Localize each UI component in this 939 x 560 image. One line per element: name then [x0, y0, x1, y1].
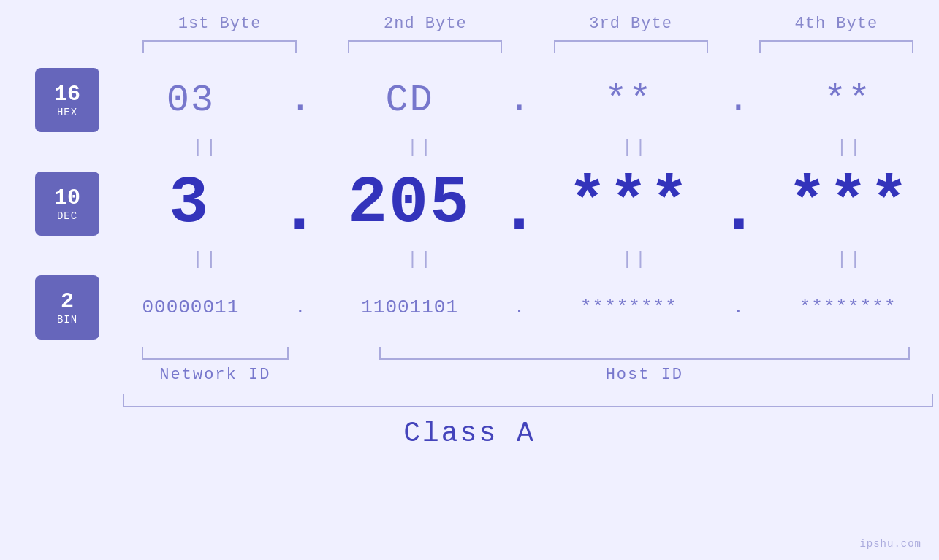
- hex-cell-1: 03: [99, 79, 282, 122]
- class-bracket-row: [0, 394, 939, 407]
- hex-cell-4: **: [756, 79, 939, 122]
- dec-dot-symbol-1: .: [280, 178, 319, 244]
- bin-dot-1: .: [282, 296, 319, 318]
- equals-dot-2-3: [724, 250, 761, 269]
- equals-cell-2-3: ||: [547, 250, 725, 269]
- hex-value-4: **: [824, 79, 872, 122]
- bin-data-cells: 00000011 . 11001101 . ******** . *******…: [99, 296, 939, 318]
- dec-cell-4: ***: [759, 166, 939, 241]
- hex-dot-symbol-1: .: [289, 79, 311, 122]
- hex-data-cells: 03 . CD . ** . **: [99, 79, 939, 122]
- hex-value-2: CD: [385, 79, 433, 122]
- equals-row-1: || || || ||: [0, 138, 939, 158]
- dec-value-1: 3: [169, 166, 210, 241]
- equals-dot-1-1: [295, 138, 332, 158]
- dec-cell-1: 3: [99, 166, 280, 241]
- equals-cell-1-1: ||: [117, 138, 295, 158]
- dec-dot-symbol-3: .: [719, 178, 759, 244]
- network-id-label: Network ID: [117, 366, 313, 384]
- top-brackets-row: [0, 40, 939, 53]
- bin-value-1: 00000011: [142, 296, 239, 318]
- top-bracket-shape-3: [554, 40, 708, 53]
- hex-cell-2: CD: [319, 79, 501, 122]
- hex-dot-2: .: [501, 79, 538, 122]
- bin-value-4: ********: [799, 296, 897, 318]
- equals-cell-1-3: ||: [547, 138, 725, 158]
- equals-cell-1-2: ||: [332, 138, 510, 158]
- equals-cell-2-1: ||: [117, 250, 295, 269]
- dec-value-3: ***: [568, 166, 691, 241]
- bin-base-label: 2 BIN: [35, 275, 99, 340]
- label-dot-spacer: [313, 366, 350, 384]
- bin-value-3: ********: [580, 296, 677, 318]
- bin-dot-2: .: [501, 296, 538, 318]
- hex-row: 16 HEX 03 . CD . ** . **: [0, 68, 939, 132]
- byte-header-2: 2nd Byte: [322, 15, 528, 33]
- hex-dot-1: .: [282, 79, 319, 122]
- top-bracket-shape-4: [759, 40, 913, 53]
- bottom-brackets-row: [0, 347, 939, 360]
- top-bracket-2: [322, 40, 528, 53]
- hex-dot-3: .: [720, 79, 756, 122]
- hex-cell-3: **: [538, 79, 721, 122]
- dec-value-2: 205: [348, 166, 471, 241]
- bottom-bracket-host: [350, 347, 939, 360]
- top-bracket-shape-2: [348, 40, 502, 53]
- byte-headers-row: 1st Byte 2nd Byte 3rd Byte 4th Byte: [0, 15, 939, 33]
- top-bracket-shape-1: [142, 40, 297, 53]
- dec-value-4: ***: [788, 166, 911, 241]
- dec-dot-symbol-2: .: [499, 178, 539, 244]
- dec-base-label: 10 DEC: [35, 172, 99, 236]
- bottom-bracket-host-shape: [379, 347, 910, 360]
- dec-base-text: DEC: [57, 210, 77, 222]
- bin-value-2: 11001101: [361, 296, 458, 318]
- website-label: ipshu.com: [859, 538, 921, 550]
- dec-cell-2: 205: [319, 166, 500, 241]
- bottom-bracket-net-shape: [142, 347, 289, 360]
- hex-dot-symbol-2: .: [508, 79, 531, 122]
- dec-base-number: 10: [54, 186, 80, 210]
- bin-dot-symbol-3: .: [732, 296, 744, 318]
- bin-dot-symbol-2: .: [514, 296, 525, 318]
- dec-dot-3: .: [719, 164, 759, 244]
- byte-header-3: 3rd Byte: [528, 15, 734, 33]
- bin-row: 2 BIN 00000011 . 11001101 . ******** .: [0, 275, 939, 340]
- top-bracket-3: [528, 40, 734, 53]
- hex-dot-symbol-3: .: [727, 79, 750, 122]
- dec-dot-1: .: [280, 164, 319, 244]
- equals-dot-2-2: [510, 250, 547, 269]
- equals-dot-1-2: [510, 138, 547, 158]
- class-bracket-shape: [123, 394, 933, 407]
- bottom-bracket-dot-spacer: [313, 347, 350, 360]
- class-label: Class A: [403, 418, 536, 449]
- bin-base-number: 2: [61, 290, 74, 314]
- dec-data-cells: 3 . 205 . *** . ***: [99, 164, 939, 244]
- top-bracket-4: [734, 40, 939, 53]
- bin-cell-3: ********: [538, 296, 721, 318]
- hex-base-number: 16: [54, 83, 80, 107]
- hex-value-3: **: [604, 79, 653, 122]
- equals-dot-1-3: [724, 138, 761, 158]
- hex-base-label: 16 HEX: [35, 68, 99, 132]
- bin-dot-symbol-1: .: [294, 296, 306, 318]
- bin-base-text: BIN: [57, 314, 77, 326]
- bin-dot-3: .: [720, 296, 756, 318]
- labels-row: Network ID Host ID: [0, 366, 939, 384]
- equals-cell-2-4: ||: [761, 250, 939, 269]
- hex-base-text: HEX: [57, 107, 77, 118]
- class-row: Class A: [0, 418, 939, 449]
- bin-cell-1: 00000011: [99, 296, 282, 318]
- bin-cell-2: 11001101: [319, 296, 501, 318]
- host-id-label: Host ID: [350, 366, 939, 384]
- bin-cell-4: ********: [756, 296, 939, 318]
- main-container: 1st Byte 2nd Byte 3rd Byte 4th Byte 16 H…: [0, 0, 939, 560]
- bottom-bracket-net: [117, 347, 313, 360]
- top-bracket-1: [117, 40, 322, 53]
- equals-row-2: || || || ||: [0, 250, 939, 269]
- dec-dot-2: .: [499, 164, 539, 244]
- dec-row: 10 DEC 3 . 205 . *** . ***: [0, 164, 939, 244]
- byte-header-1: 1st Byte: [117, 15, 322, 33]
- equals-cell-1-4: ||: [761, 138, 939, 158]
- dec-cell-3: ***: [539, 166, 720, 241]
- byte-header-4: 4th Byte: [734, 15, 939, 33]
